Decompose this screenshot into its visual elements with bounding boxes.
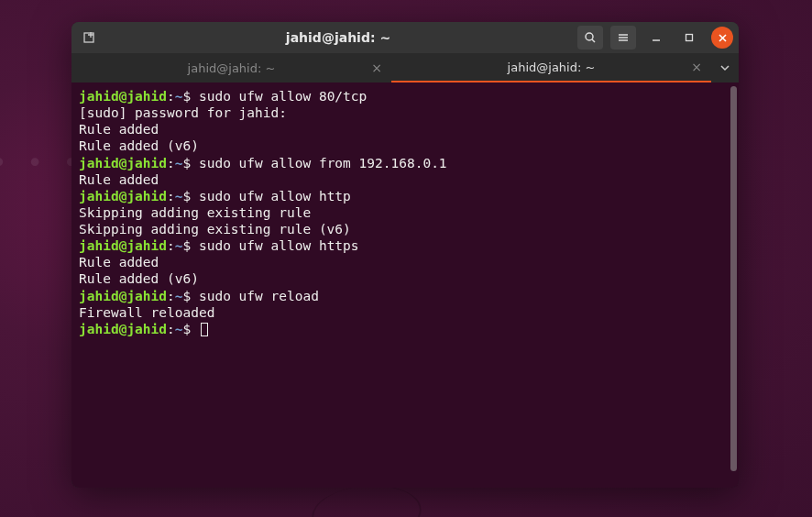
cursor (201, 323, 208, 336)
terminal-output-line: Rule added (79, 171, 722, 188)
prompt-userhost: jahid@jahid (79, 322, 167, 336)
close-button[interactable] (711, 27, 733, 49)
terminal-command-line: jahid@jahid:~$ sudo ufw allow 80/tcp (79, 88, 722, 104)
scrollbar-thumb[interactable] (730, 86, 737, 471)
scrollbar[interactable] (730, 82, 739, 488)
terminal-output-line: Rule added (79, 254, 722, 270)
prompt-path: ~ (175, 156, 183, 170)
svg-point-3 (586, 33, 593, 40)
hamburger-menu-button[interactable] (610, 26, 636, 50)
tab-1[interactable]: jahid@jahid: ~ × (71, 53, 391, 82)
terminal-command-line: jahid@jahid:~$ (79, 321, 722, 337)
prompt-userhost: jahid@jahid (79, 156, 167, 170)
prompt-userhost: jahid@jahid (79, 289, 167, 303)
terminal-command-line: jahid@jahid:~$ sudo ufw reload (79, 288, 722, 304)
terminal-window: jahid@jahid: ~ jahid@jahid: ~ × jahid@ja… (71, 22, 739, 488)
close-icon[interactable]: × (371, 60, 382, 75)
tab-label: jahid@jahid: ~ (508, 60, 596, 74)
close-icon[interactable]: × (691, 60, 702, 74)
svg-line-4 (592, 39, 595, 42)
window-title: jahid@jahid: ~ (106, 30, 570, 45)
terminal-output-line: Skipping adding existing rule (79, 204, 722, 221)
search-button[interactable] (577, 26, 603, 50)
prompt-path: ~ (175, 89, 183, 104)
terminal-output-line: Rule added (v6) (79, 270, 722, 287)
prompt-path: ~ (175, 238, 183, 253)
minimize-button[interactable] (643, 26, 669, 50)
tab-2[interactable]: jahid@jahid: ~ × (391, 53, 711, 82)
terminal-command-line: jahid@jahid:~$ sudo ufw allow https (79, 237, 722, 254)
terminal-command-line: jahid@jahid:~$ sudo ufw allow http (79, 188, 722, 204)
terminal-output[interactable]: jahid@jahid:~$ sudo ufw allow 80/tcp[sud… (71, 82, 730, 488)
terminal-output-line: Rule added (79, 121, 722, 138)
tab-bar: jahid@jahid: ~ × jahid@jahid: ~ × (71, 53, 739, 82)
new-tab-button[interactable] (77, 27, 103, 49)
terminal-command-line: jahid@jahid:~$ sudo ufw allow from 192.1… (79, 155, 722, 171)
terminal-output-line: Rule added (v6) (79, 138, 722, 154)
prompt-userhost: jahid@jahid (79, 189, 167, 204)
tab-label: jahid@jahid: ~ (188, 61, 276, 75)
titlebar: jahid@jahid: ~ (71, 22, 739, 53)
prompt-path: ~ (175, 289, 183, 303)
prompt-userhost: jahid@jahid (79, 238, 167, 253)
terminal-output-line: Firewall reloaded (79, 304, 722, 321)
terminal-output-line: Skipping adding existing rule (v6) (79, 221, 722, 237)
prompt-path: ~ (175, 189, 183, 204)
terminal-output-line: [sudo] password for jahid: (79, 104, 722, 121)
tab-dropdown-button[interactable] (711, 53, 739, 82)
terminal-area: jahid@jahid:~$ sudo ufw allow 80/tcp[sud… (71, 82, 739, 488)
maximize-button[interactable] (676, 26, 702, 50)
prompt-userhost: jahid@jahid (79, 89, 167, 104)
prompt-path: ~ (175, 322, 183, 336)
svg-rect-9 (686, 35, 693, 41)
